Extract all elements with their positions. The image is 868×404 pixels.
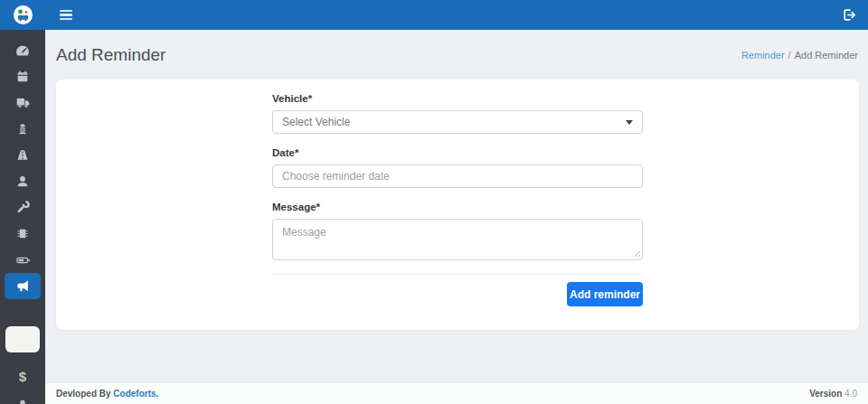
sidebar-item-calendar[interactable]	[5, 63, 41, 89]
main-content: Add Reminder Reminder/Add Reminder Vehic…	[45, 30, 868, 382]
submit-row: Add reminder	[272, 282, 643, 306]
date-input[interactable]	[272, 164, 643, 188]
page-header: Add Reminder Reminder/Add Reminder	[45, 30, 868, 80]
top-navbar	[0, 0, 868, 30]
sign-out-icon[interactable]	[842, 7, 857, 23]
fuel-station-icon	[15, 121, 30, 136]
sidebar-item-battery[interactable]	[5, 247, 41, 273]
breadcrumb: Reminder/Add Reminder	[741, 50, 858, 61]
breadcrumb-current: Add Reminder	[795, 50, 858, 61]
chevron-down-icon	[626, 120, 633, 125]
app-logo-icon	[13, 5, 33, 25]
road-icon	[14, 147, 31, 163]
version-value: 4.0	[844, 389, 857, 399]
bullhorn-icon	[15, 278, 31, 294]
breadcrumb-link-reminder[interactable]: Reminder	[741, 50, 785, 61]
add-reminder-form: Vehicle* Select Vehicle Date* Message* A…	[272, 80, 643, 306]
breadcrumb-separator: /	[788, 50, 791, 61]
microchip-icon	[15, 226, 30, 241]
add-reminder-button[interactable]: Add reminder	[567, 282, 643, 306]
sidebar-item-trips[interactable]	[5, 142, 41, 168]
sidebar-item-maintenance[interactable]	[5, 194, 41, 221]
footer-credit: Devloped By Codeforts.	[56, 389, 158, 399]
date-label: Date*	[272, 147, 643, 158]
message-label: Message*	[272, 202, 643, 212]
user-icon	[15, 174, 30, 189]
app-window: $ Add Reminder Reminder/Add Reminder Veh…	[0, 0, 868, 404]
footer: Devloped By Codeforts. Version 4.0	[45, 382, 868, 404]
message-textarea-wrap	[272, 219, 643, 260]
vehicle-label: Vehicle*	[272, 93, 643, 104]
sidebar-item-dashboard[interactable]	[5, 37, 41, 63]
form-divider	[272, 274, 643, 275]
brand-logo[interactable]	[0, 5, 45, 25]
wrench-icon	[15, 200, 31, 215]
sidebar-item-station[interactable]	[5, 116, 41, 142]
tachometer-icon	[14, 42, 31, 59]
sidebar-item-reminders[interactable]	[5, 273, 41, 299]
sidebar-item-devices[interactable]	[5, 221, 41, 247]
developed-by-text: Devloped By	[56, 389, 111, 399]
truck-icon	[14, 95, 32, 110]
calendar-icon	[15, 69, 30, 84]
company-link[interactable]: Codeforts.	[113, 389, 158, 399]
sidebar-image-placeholder[interactable]	[5, 326, 40, 352]
vehicle-select[interactable]: Select Vehicle	[272, 110, 643, 134]
form-card: Vehicle* Select Vehicle Date* Message* A…	[56, 80, 859, 330]
battery-icon	[14, 253, 32, 268]
message-textarea[interactable]	[272, 219, 643, 260]
vehicle-select-value: Select Vehicle	[282, 116, 350, 128]
version-label: Version	[809, 389, 842, 399]
map-pin-icon	[16, 397, 29, 404]
sidebar-item-locations[interactable]	[5, 391, 41, 404]
sidebar-item-payments[interactable]: $	[5, 363, 41, 390]
page-title: Add Reminder	[56, 45, 165, 65]
sidebar-item-vehicles[interactable]	[5, 89, 41, 116]
sidebar-item-users[interactable]	[5, 168, 41, 194]
sidebar: $	[0, 30, 45, 404]
dollar-icon: $	[19, 370, 26, 383]
hamburger-icon[interactable]	[60, 10, 72, 21]
footer-version: Version 4.0	[809, 389, 857, 399]
